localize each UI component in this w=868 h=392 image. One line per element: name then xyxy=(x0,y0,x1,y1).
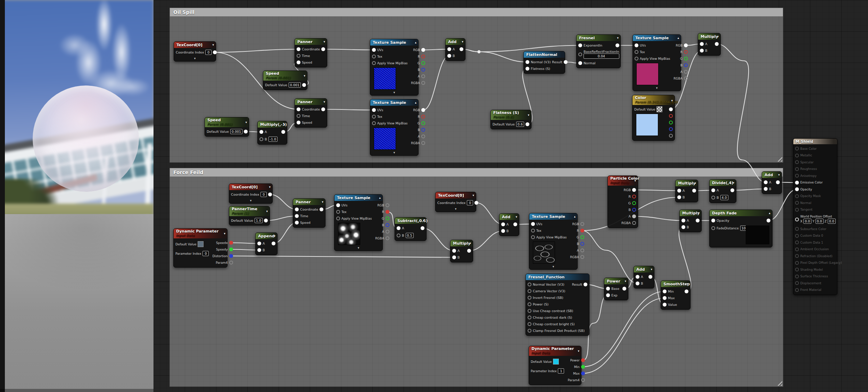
Roughness-pin[interactable] xyxy=(795,167,799,171)
node-fresnel1[interactable]: Fresnel▾ExponentInBaseReflectFractionIn0… xyxy=(576,34,621,68)
value-box[interactable]: 0 xyxy=(205,50,212,55)
A-pin[interactable] xyxy=(386,230,389,234)
RGBA-pin[interactable] xyxy=(386,236,389,240)
value-box[interactable]: 0.0 xyxy=(828,219,836,224)
value-box[interactable]: 0.001 xyxy=(289,82,301,88)
node-panner3[interactable]: Panner▾CoordinateTimeSpeed xyxy=(293,198,325,228)
A-pin[interactable] xyxy=(684,70,688,74)
Apply View MipBias-pin[interactable] xyxy=(372,61,376,65)
value-box[interactable]: 4.0 xyxy=(720,195,728,200)
RGBA-pin[interactable] xyxy=(421,81,425,85)
node-color1[interactable]: ColorParam (0.342,0.556,1,0)▴Default Val… xyxy=(632,95,675,141)
node-header[interactable]: Dynamic ParameterInput Data▾ xyxy=(174,229,227,238)
Power (S)-pin[interactable] xyxy=(528,302,531,306)
value-box[interactable]: 0 xyxy=(467,200,473,205)
collapse-chevron-icon[interactable]: ▾ xyxy=(515,215,517,219)
expand-chevron-icon[interactable]: ▾ xyxy=(370,91,418,95)
expand-chevron-icon[interactable]: ▾ xyxy=(334,246,382,251)
R-pin[interactable] xyxy=(386,210,389,214)
B-pin[interactable] xyxy=(700,49,704,52)
node-header[interactable]: Texture Sample▴ xyxy=(334,195,382,201)
B-pin[interactable] xyxy=(684,63,688,67)
A-pin[interactable] xyxy=(580,248,584,252)
expand-chevron-icon[interactable]: ▾ xyxy=(174,57,216,61)
node-header[interactable]: TexCoord[0]▾ xyxy=(229,184,272,190)
node-panner2[interactable]: Panner▾CoordinateTimeSpeed xyxy=(295,98,327,128)
node-add1[interactable]: Add▾AB xyxy=(445,38,465,61)
output-pin[interactable] xyxy=(268,193,272,196)
node-header[interactable]: Texture Sample▴ xyxy=(370,39,418,46)
Tex-pin[interactable] xyxy=(531,229,535,232)
G-pin[interactable] xyxy=(421,61,425,65)
output-pin[interactable] xyxy=(622,287,626,291)
output-pin[interactable] xyxy=(321,107,325,111)
node-particle[interactable]: Particle ColorInput Data▾RGBRGBARGBA xyxy=(607,175,638,228)
output-pin[interactable] xyxy=(648,275,652,279)
Refraction (Disabled)-pin[interactable] xyxy=(795,254,799,258)
Power-pin[interactable] xyxy=(581,358,585,362)
Clamp Fresnel Dot Product (SB)-pin[interactable] xyxy=(528,329,531,333)
output-pin[interactable] xyxy=(715,42,719,46)
node-header[interactable]: Texture Sample▴ xyxy=(370,99,418,106)
node-smoothstep[interactable]: SmoothStep▾MinMaxValue xyxy=(661,280,691,310)
node-dynparam2[interactable]: Dynamic ParameterInput Data▾Default Valu… xyxy=(529,346,581,385)
R-pin[interactable] xyxy=(421,55,425,58)
output-pin[interactable] xyxy=(264,219,268,222)
Pixel Depth Offset (Legacy)-pin[interactable] xyxy=(795,261,799,265)
node-header[interactable]: Multiply▾ xyxy=(698,33,720,40)
output-pin[interactable] xyxy=(281,130,285,134)
RGBA-pin[interactable] xyxy=(421,141,425,145)
Min-pin[interactable] xyxy=(663,289,667,293)
Speed-pin[interactable] xyxy=(295,221,299,224)
B-pin[interactable] xyxy=(421,68,425,72)
A-pin[interactable] xyxy=(452,249,456,253)
Max-pin[interactable] xyxy=(663,296,667,300)
node-header[interactable]: Multiply(,-1)▾ xyxy=(258,121,287,128)
B-pin[interactable] xyxy=(764,187,768,191)
node-header[interactable]: SmoothStep▾ xyxy=(661,281,690,287)
value-box[interactable]: 0.001 xyxy=(230,129,242,134)
Coordinate-pin[interactable] xyxy=(297,47,300,51)
output-pin[interactable] xyxy=(213,50,217,54)
node-header[interactable]: ColorParam (0.342,0.556,1,0)▴ xyxy=(633,95,675,105)
Surface Thickness-pin[interactable] xyxy=(795,275,799,278)
Flatness (S)-pin[interactable] xyxy=(526,67,529,71)
node-add3[interactable]: Add▾AB xyxy=(762,171,782,194)
A-pin[interactable] xyxy=(711,188,715,192)
node-header[interactable]: Texture Sample▴ xyxy=(633,35,681,41)
node-add4[interactable]: Add▾AB xyxy=(634,266,654,288)
value-box[interactable]: 0 xyxy=(202,251,209,256)
Specular-pin[interactable] xyxy=(795,160,799,164)
RGB-pin[interactable] xyxy=(632,188,636,192)
node-subtract1[interactable]: Subtract(,0.5)▾AB0.5 xyxy=(395,217,427,241)
collapse-chevron-icon[interactable]: ▾ xyxy=(423,219,424,222)
collapse-chevron-icon[interactable]: ▾ xyxy=(323,100,325,104)
Shading Model-pin[interactable] xyxy=(795,268,799,271)
A-pin[interactable] xyxy=(257,242,261,245)
node-header[interactable]: Subtract(,0.5)▾ xyxy=(395,218,426,224)
collapse-chevron-icon[interactable]: ▾ xyxy=(304,74,305,78)
collapse-chevron-icon[interactable]: ▾ xyxy=(323,40,325,43)
node-texcoord2[interactable]: TexCoord[0]▾Coordinate Index0▾ xyxy=(229,183,273,204)
collapse-chevron-icon[interactable]: ▾ xyxy=(578,349,579,353)
color-swatch[interactable] xyxy=(656,106,662,112)
node-header[interactable]: Add▾ xyxy=(762,172,782,178)
Tex-pin[interactable] xyxy=(372,55,376,58)
Custom Data 1-pin[interactable] xyxy=(795,240,799,244)
node-header[interactable]: Panner▾ xyxy=(293,199,325,205)
A-pin[interactable] xyxy=(632,214,636,218)
RGB-pin[interactable] xyxy=(421,48,425,52)
output-pin[interactable] xyxy=(564,60,568,64)
Min-pin[interactable] xyxy=(581,365,585,369)
Tangent-pin[interactable] xyxy=(795,208,799,212)
collapse-chevron-icon[interactable]: ▾ xyxy=(283,123,285,126)
B-pin[interactable] xyxy=(711,196,715,199)
texture-thumbnail[interactable] xyxy=(374,128,396,150)
node-flatten[interactable]: FlattenNormalNormal (V3)ResultFlatness (… xyxy=(523,51,565,74)
Tex-pin[interactable] xyxy=(372,115,376,119)
node-header[interactable]: Multiply▾ xyxy=(676,180,698,186)
collapse-chevron-icon[interactable]: ▴ xyxy=(379,196,381,199)
comment-title-bar[interactable]: Force Feild xyxy=(170,168,783,177)
Cheap contrast dark (S)-pin[interactable] xyxy=(528,316,531,319)
A-pin[interactable] xyxy=(700,42,704,46)
